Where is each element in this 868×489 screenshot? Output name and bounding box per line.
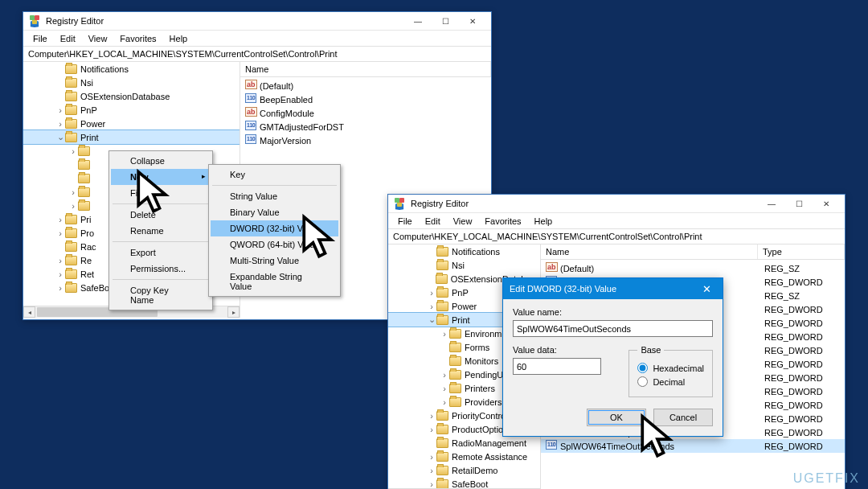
value-row[interactable]: (Default) bbox=[240, 79, 491, 92]
value-row[interactable]: SplWOW64TimeOutSecondsREG_DWORD bbox=[541, 439, 845, 453]
value-row[interactable]: ConfigModule bbox=[240, 106, 491, 120]
expand-icon[interactable]: › bbox=[427, 288, 436, 298]
minimize-button[interactable]: — bbox=[758, 195, 785, 212]
menu-item[interactable]: Collapse bbox=[111, 153, 211, 169]
menu-file[interactable]: File bbox=[27, 32, 54, 45]
dialog-titlebar[interactable]: Edit DWORD (32-bit) Value ✕ bbox=[503, 278, 723, 299]
tree-item[interactable]: Notifications bbox=[23, 62, 240, 76]
expand-icon[interactable]: › bbox=[440, 384, 449, 393]
menu-item[interactable]: Export bbox=[111, 244, 211, 261]
menu-item[interactable]: Copy Key Name bbox=[111, 282, 211, 308]
menu-item[interactable]: Delete bbox=[111, 207, 211, 223]
expand-icon[interactable]: › bbox=[427, 466, 436, 475]
scroll-right-button[interactable]: ▸ bbox=[227, 306, 240, 318]
maximize-button[interactable]: ☐ bbox=[432, 12, 459, 30]
menu-item[interactable]: Binary Value bbox=[211, 204, 338, 220]
expand-icon[interactable]: › bbox=[427, 411, 436, 421]
context-submenu-new[interactable]: KeyString ValueBinary ValueDWORD (32-bit… bbox=[208, 164, 341, 297]
expand-icon[interactable]: ⌄ bbox=[55, 132, 65, 142]
menu-help[interactable]: Help bbox=[163, 32, 194, 45]
value-type: REG_SZ bbox=[764, 291, 800, 301]
value-row[interactable]: GMTAdjustedForDST bbox=[240, 120, 491, 134]
menu-edit[interactable]: Edit bbox=[54, 32, 82, 45]
expand-icon[interactable]: › bbox=[55, 256, 65, 265]
scroll-left-button[interactable]: ◂ bbox=[23, 306, 35, 318]
folder-icon bbox=[78, 187, 90, 197]
tree-item[interactable]: ⌄Print bbox=[23, 130, 240, 144]
value-row[interactable]: (Default)REG_SZ bbox=[541, 261, 845, 275]
tree-item[interactable]: ›RetailDemo bbox=[388, 463, 540, 477]
value-name-input[interactable] bbox=[513, 320, 713, 337]
tree-item[interactable]: RadioManagement bbox=[388, 436, 540, 450]
dialog-close-button[interactable]: ✕ bbox=[690, 278, 723, 299]
type-column-header[interactable]: Type bbox=[758, 244, 845, 259]
tree-item[interactable]: ›Power bbox=[23, 117, 240, 130]
expand-icon[interactable]: › bbox=[427, 425, 436, 434]
hexadecimal-radio[interactable]: Hexadecimal bbox=[637, 363, 704, 373]
tree-item[interactable]: ›PnP bbox=[23, 103, 240, 117]
expand-icon[interactable]: › bbox=[55, 283, 65, 293]
expand-icon[interactable]: › bbox=[55, 119, 65, 129]
menu-view[interactable]: View bbox=[447, 215, 479, 228]
menu-item[interactable]: String Value bbox=[211, 188, 338, 204]
menu-item[interactable]: Expandable String Value bbox=[211, 269, 338, 294]
tree-item[interactable]: Notifications bbox=[388, 244, 540, 258]
value-type: REG_DWORD bbox=[764, 414, 823, 424]
tree-item[interactable]: ›Remote Assistance bbox=[388, 450, 540, 463]
menu-item[interactable]: Find... bbox=[111, 185, 211, 201]
menu-item[interactable]: Permissions... bbox=[111, 261, 211, 277]
address-bar[interactable]: Computer\HKEY_LOCAL_MACHINE\SYSTEM\Curre… bbox=[388, 229, 845, 244]
decimal-radio[interactable]: Decimal bbox=[637, 376, 704, 387]
menu-item[interactable]: DWORD (32-bit) Value bbox=[211, 220, 338, 236]
tree-item[interactable]: Nsi bbox=[23, 76, 240, 89]
tree-item[interactable]: ›SafeBoot bbox=[388, 477, 540, 489]
expand-icon[interactable]: › bbox=[427, 302, 436, 311]
folder-icon bbox=[436, 452, 448, 462]
context-menu[interactable]: CollapseNewFind...DeleteRenameExportPerm… bbox=[108, 150, 213, 310]
menu-file[interactable]: File bbox=[391, 215, 419, 228]
menu-item[interactable]: New bbox=[111, 169, 211, 185]
value-row[interactable]: BeepEnabled bbox=[240, 92, 491, 106]
expand-icon[interactable]: › bbox=[68, 201, 78, 211]
value-data-input[interactable] bbox=[513, 358, 601, 375]
expand-icon[interactable]: › bbox=[55, 215, 65, 224]
menu-view[interactable]: View bbox=[82, 32, 114, 45]
value-data-label: Value data: bbox=[513, 345, 614, 355]
folder-icon bbox=[436, 274, 447, 284]
menu-edit[interactable]: Edit bbox=[419, 215, 447, 228]
menu-favorites[interactable]: Favorites bbox=[113, 32, 162, 45]
name-column-header[interactable]: Name bbox=[541, 244, 758, 259]
menu-help[interactable]: Help bbox=[528, 215, 559, 228]
titlebar[interactable]: Registry Editor — ☐ ✕ bbox=[388, 195, 845, 213]
expand-icon[interactable]: › bbox=[55, 105, 65, 115]
menu-favorites[interactable]: Favorites bbox=[478, 215, 527, 228]
expand-icon[interactable]: › bbox=[427, 452, 436, 462]
value-type: REG_DWORD bbox=[764, 442, 823, 451]
name-column-header[interactable]: Name bbox=[240, 62, 491, 76]
expand-icon[interactable]: › bbox=[440, 329, 449, 339]
address-bar[interactable]: Computer\HKEY_LOCAL_MACHINE\SYSTEM\Curre… bbox=[23, 47, 491, 62]
maximize-button[interactable]: ☐ bbox=[785, 195, 813, 212]
ok-button[interactable]: OK bbox=[587, 409, 646, 426]
menu-item[interactable]: Multi-String Value bbox=[211, 253, 338, 269]
expand-icon[interactable]: › bbox=[440, 397, 449, 407]
expand-icon[interactable]: › bbox=[427, 479, 436, 489]
expand-icon[interactable]: ⌄ bbox=[427, 314, 436, 325]
minimize-button[interactable]: — bbox=[404, 12, 432, 30]
tree-item-label: Nsi bbox=[80, 78, 93, 88]
expand-icon[interactable]: › bbox=[440, 370, 449, 380]
tree-item[interactable]: Nsi bbox=[388, 258, 540, 272]
tree-item[interactable]: OSExtensionDatabase bbox=[23, 89, 240, 103]
menu-item[interactable]: QWORD (64-bit) Value bbox=[211, 236, 338, 253]
expand-icon[interactable]: › bbox=[68, 146, 78, 156]
expand-icon[interactable]: › bbox=[55, 269, 65, 279]
close-button[interactable]: ✕ bbox=[813, 195, 840, 212]
menu-item[interactable]: Rename bbox=[111, 223, 211, 239]
value-row[interactable]: MajorVersion bbox=[240, 134, 491, 147]
expand-icon[interactable]: › bbox=[55, 228, 65, 238]
expand-icon[interactable]: › bbox=[68, 187, 78, 197]
titlebar[interactable]: Registry Editor — ☐ ✕ bbox=[23, 12, 491, 31]
close-button[interactable]: ✕ bbox=[459, 12, 486, 30]
cancel-button[interactable]: Cancel bbox=[653, 409, 713, 426]
menu-item[interactable]: Key bbox=[211, 166, 338, 183]
